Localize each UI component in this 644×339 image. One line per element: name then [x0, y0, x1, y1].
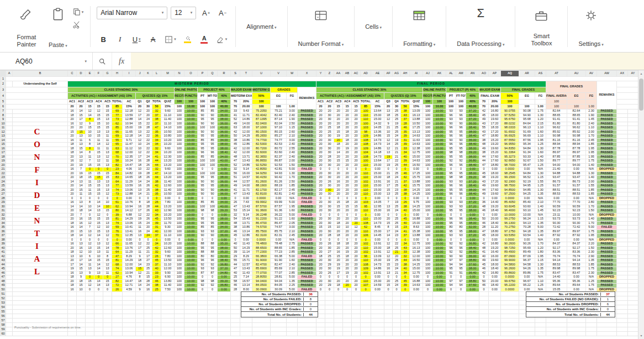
- cell[interactable]: 23: [112, 168, 123, 172]
- cell[interactable]: 1.15: [535, 217, 546, 222]
- cell[interactable]: 15: [94, 122, 103, 126]
- cell[interactable]: [6, 292, 13, 296]
- cell[interactable]: 12: [136, 242, 144, 247]
- cell[interactable]: 91.22: [271, 217, 287, 222]
- cell[interactable]: 32: [152, 251, 161, 255]
- cell[interactable]: 0.0000: [252, 196, 271, 201]
- cell[interactable]: 98: [198, 279, 208, 284]
- cell[interactable]: [628, 126, 638, 131]
- cell[interactable]: 1.15: [535, 259, 546, 263]
- row-number[interactable]: 21: [1, 168, 6, 172]
- cell[interactable]: 24: [393, 230, 401, 234]
- cell[interactable]: 90.98: [546, 134, 567, 139]
- cell[interactable]: 91.2200: [252, 217, 271, 222]
- cell[interactable]: 1.45: [535, 209, 546, 213]
- cell[interactable]: 12: [94, 226, 103, 230]
- cell[interactable]: [240, 319, 252, 323]
- cell[interactable]: 5.00: [287, 275, 298, 280]
- cell[interactable]: 98.7500: [501, 184, 519, 189]
- cell[interactable]: 95: [446, 130, 456, 134]
- cell[interactable]: 14.18: [371, 151, 384, 155]
- cell[interactable]: 59: [112, 226, 123, 230]
- cell[interactable]: 14.86: [371, 267, 384, 272]
- cell[interactable]: 25: [393, 126, 401, 131]
- cell[interactable]: 13: [103, 188, 112, 192]
- cell[interactable]: 96: [456, 113, 466, 118]
- cell[interactable]: 0.00: [466, 213, 479, 217]
- row-number[interactable]: 22: [1, 171, 6, 176]
- cell[interactable]: 21.40: [546, 168, 567, 172]
- cell[interactable]: 42: [479, 109, 489, 114]
- cell[interactable]: 15: [94, 176, 103, 180]
- cell[interactable]: 13: [68, 254, 77, 259]
- cell[interactable]: 15: [103, 113, 112, 118]
- cell[interactable]: 91.3364: [501, 151, 519, 155]
- cell[interactable]: 1.95: [287, 205, 298, 209]
- cell[interactable]: [423, 301, 433, 305]
- cell[interactable]: [361, 296, 371, 301]
- header-cell[interactable]: REMARKS: [298, 87, 316, 109]
- cell[interactable]: [628, 147, 638, 151]
- cell[interactable]: 2.00: [287, 159, 298, 164]
- cell[interactable]: 25: [393, 192, 401, 197]
- cell[interactable]: 87.78: [546, 147, 567, 151]
- cell[interactable]: 94.0400: [252, 279, 271, 284]
- cell[interactable]: 3.00: [287, 109, 298, 114]
- cell[interactable]: 10.00: [433, 122, 446, 126]
- cell[interactable]: [13, 138, 68, 143]
- header-cell[interactable]: 40%: [218, 100, 231, 105]
- cell[interactable]: 94.8350: [501, 147, 519, 151]
- cell[interactable]: 20: [334, 217, 343, 222]
- cell[interactable]: 41: [401, 230, 410, 234]
- cell[interactable]: 96.62: [546, 126, 567, 131]
- cell[interactable]: [617, 109, 628, 114]
- cell[interactable]: 46: [479, 284, 489, 288]
- cell[interactable]: 87.78: [567, 147, 586, 151]
- cell[interactable]: PASSED: [298, 171, 316, 176]
- cell[interactable]: PASSED: [298, 259, 316, 263]
- cell[interactable]: [617, 296, 628, 301]
- column-letter[interactable]: AC: [352, 71, 361, 77]
- cell[interactable]: 20: [316, 251, 325, 255]
- cell[interactable]: 10.50: [161, 130, 175, 134]
- cell[interactable]: 14.73: [371, 155, 384, 159]
- row-number[interactable]: 4: [1, 93, 6, 100]
- cell[interactable]: 20: [343, 184, 352, 189]
- cell[interactable]: [6, 143, 13, 147]
- cell[interactable]: [6, 226, 13, 230]
- cell[interactable]: 0.00: [489, 238, 501, 242]
- cell[interactable]: 1.35: [287, 279, 298, 284]
- row-number[interactable]: 15: [1, 143, 6, 147]
- cell[interactable]: [144, 332, 152, 336]
- cell[interactable]: 20: [343, 279, 352, 284]
- cell[interactable]: 15: [86, 192, 94, 197]
- cell[interactable]: 0.00: [271, 196, 287, 201]
- cell[interactable]: [617, 230, 628, 234]
- cell[interactable]: [456, 301, 466, 305]
- cell[interactable]: 1.30: [535, 147, 546, 151]
- cell[interactable]: 0: [334, 168, 343, 172]
- cell[interactable]: 38.00: [218, 134, 231, 139]
- cell[interactable]: [501, 292, 519, 296]
- header-cell[interactable]: 100: [208, 105, 218, 109]
- cell[interactable]: 22: [144, 168, 152, 172]
- cell[interactable]: 2.10: [287, 267, 298, 272]
- cell[interactable]: 14: [77, 263, 86, 267]
- header-cell[interactable]: [6, 100, 68, 105]
- cell[interactable]: 96: [446, 184, 456, 189]
- cell[interactable]: [343, 301, 352, 305]
- cell[interactable]: 100: [175, 184, 184, 189]
- cell[interactable]: 18: [77, 279, 86, 284]
- cell[interactable]: [628, 323, 638, 327]
- cell[interactable]: 39: [401, 134, 410, 139]
- cell[interactable]: 19.60: [489, 184, 501, 189]
- cell[interactable]: 14: [94, 279, 103, 284]
- cell[interactable]: 43: [479, 122, 489, 126]
- cell[interactable]: [13, 155, 68, 159]
- cell[interactable]: 10: [94, 254, 103, 259]
- cell[interactable]: 66: [112, 242, 123, 247]
- cell[interactable]: 13.80: [161, 279, 175, 284]
- cell[interactable]: PASSED: [597, 176, 617, 180]
- row-number[interactable]: 43: [1, 259, 6, 263]
- cell[interactable]: 15: [384, 263, 393, 267]
